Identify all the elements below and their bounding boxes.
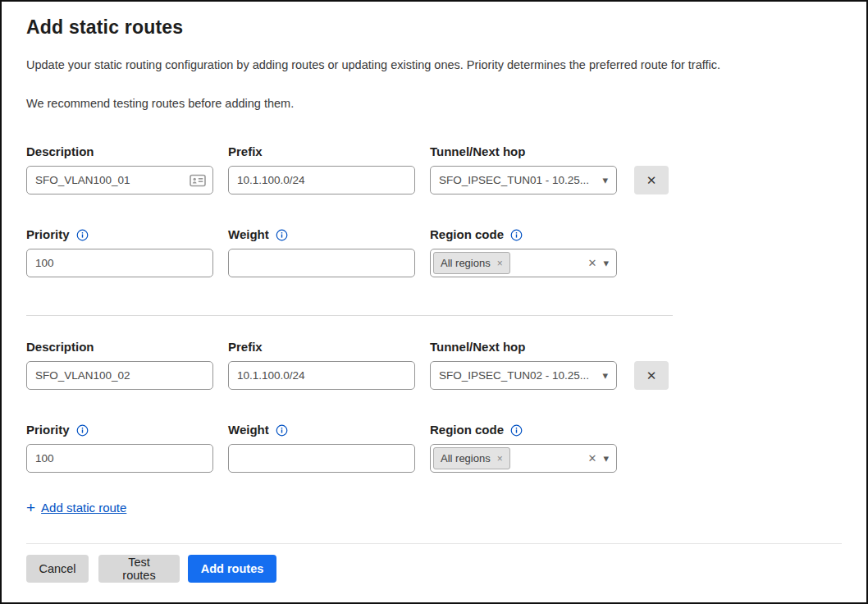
- intro-text: Update your static routing configuration…: [26, 58, 842, 71]
- remove-route-button[interactable]: ✕: [634, 361, 669, 390]
- chevron-down-icon: ▾: [602, 370, 608, 381]
- region-tag[interactable]: All regions ×: [433, 252, 510, 274]
- recommendation-text: We recommend testing routes before addin…: [26, 97, 842, 110]
- description-field-1: Description: [26, 144, 213, 194]
- priority-field-2: Priority: [26, 423, 213, 473]
- description-label: Description: [26, 340, 213, 354]
- priority-input[interactable]: [26, 444, 213, 473]
- region-field-2: Region code All regions ×: [430, 423, 617, 473]
- description-input[interactable]: [26, 166, 213, 194]
- routes-form: Description: [26, 144, 842, 515]
- add-static-route-link[interactable]: + Add static route: [26, 500, 126, 515]
- info-icon[interactable]: [276, 424, 288, 437]
- region-tag-label: All regions: [441, 257, 491, 269]
- weight-field-1: Weight: [228, 227, 415, 277]
- test-routes-button[interactable]: Test routes: [98, 555, 180, 583]
- region-label: Region code: [430, 227, 617, 241]
- route-divider: [26, 315, 673, 316]
- priority-label: Priority: [26, 227, 213, 241]
- tunnel-selected-value: SFO_IPSEC_TUN01 - 10.25...: [439, 174, 596, 186]
- prefix-input[interactable]: [228, 361, 415, 390]
- info-icon[interactable]: [510, 229, 523, 241]
- region-field-1: Region code All regions ×: [430, 227, 617, 277]
- description-input[interactable]: [26, 361, 213, 390]
- tunnel-field-1: Tunnel/Next hop SFO_IPSEC_TUN01 - 10.25.…: [430, 144, 617, 194]
- region-tag-remove-icon[interactable]: ×: [497, 259, 503, 268]
- weight-input[interactable]: [228, 444, 415, 473]
- region-code-select[interactable]: All regions × ✕ ▾: [430, 249, 617, 277]
- region-label: Region code: [430, 423, 617, 437]
- weight-label: Weight: [228, 227, 415, 241]
- info-icon[interactable]: [76, 229, 89, 241]
- region-tag-remove-icon[interactable]: ×: [497, 454, 503, 464]
- prefix-label: Prefix: [228, 144, 415, 158]
- tunnel-selected-value: SFO_IPSEC_TUN02 - 10.25...: [439, 369, 596, 382]
- prefix-field-1: Prefix: [228, 144, 415, 194]
- description-label: Description: [26, 144, 213, 158]
- add-static-route-label: Add static route: [41, 501, 126, 515]
- page-title: Add static routes: [26, 16, 842, 39]
- info-icon[interactable]: [276, 229, 288, 241]
- prefix-label: Prefix: [228, 340, 415, 354]
- close-icon: ✕: [646, 368, 657, 383]
- route-block-1: Description: [26, 144, 842, 277]
- weight-field-2: Weight: [228, 423, 415, 473]
- close-icon: ✕: [646, 173, 657, 188]
- description-field-2: Description: [26, 340, 213, 390]
- weight-input[interactable]: [228, 249, 415, 277]
- add-routes-button[interactable]: Add routes: [188, 555, 276, 583]
- priority-field-1: Priority: [26, 227, 213, 277]
- chevron-down-icon: ▾: [603, 258, 609, 268]
- region-tag-label: All regions: [441, 452, 491, 464]
- priority-label: Priority: [26, 423, 213, 437]
- remove-route-button[interactable]: ✕: [634, 166, 669, 194]
- cancel-button[interactable]: Cancel: [26, 555, 89, 583]
- chevron-down-icon: ▾: [603, 453, 609, 464]
- region-tag[interactable]: All regions ×: [433, 447, 510, 469]
- priority-input[interactable]: [26, 249, 213, 277]
- tunnel-select[interactable]: SFO_IPSEC_TUN01 - 10.25... ▾: [430, 166, 617, 194]
- chevron-down-icon: ▾: [602, 175, 608, 185]
- region-code-select[interactable]: All regions × ✕ ▾: [430, 444, 617, 473]
- footer-divider: [26, 543, 842, 544]
- tunnel-select[interactable]: SFO_IPSEC_TUN02 - 10.25... ▾: [430, 361, 617, 390]
- info-icon[interactable]: [510, 424, 523, 437]
- weight-label: Weight: [228, 423, 415, 437]
- plus-icon: +: [26, 500, 35, 515]
- route-block-2: Description Prefix Tunnel/Next hop SFO: [26, 340, 842, 473]
- tunnel-label: Tunnel/Next hop: [430, 144, 617, 158]
- footer-actions: Cancel Test routes Add routes: [26, 555, 842, 583]
- region-clear-icon[interactable]: ✕: [588, 453, 597, 464]
- tunnel-label: Tunnel/Next hop: [430, 340, 617, 354]
- region-clear-icon[interactable]: ✕: [588, 258, 597, 268]
- tunnel-field-2: Tunnel/Next hop SFO_IPSEC_TUN02 - 10.25.…: [430, 340, 617, 390]
- prefix-input[interactable]: [228, 166, 415, 194]
- add-static-routes-dialog: Add static routes Update your static rou…: [2, 2, 866, 583]
- contact-card-icon[interactable]: [190, 174, 206, 187]
- info-icon[interactable]: [76, 424, 89, 437]
- prefix-field-2: Prefix: [228, 340, 415, 390]
